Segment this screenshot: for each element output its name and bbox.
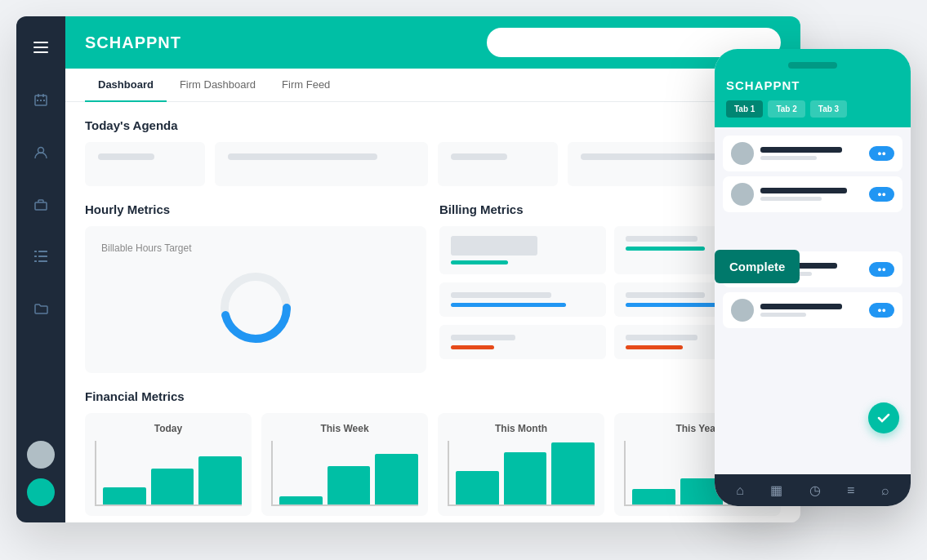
bar-chart-week [271,441,418,506]
bc5-line1 [451,335,515,340]
tab-firm-feed[interactable]: Firm Feed [269,69,343,102]
chart-month-label: This Month [448,423,595,434]
sidebar-icon-folder[interactable] [26,294,56,323]
sidebar-icon-bars[interactable] [26,33,56,62]
phone-footer-home[interactable]: ⌂ [736,483,744,498]
donut-chart [215,267,296,349]
tab-dashboard[interactable]: Dashboard [85,69,167,102]
chart-week-label: This Week [271,423,418,434]
phone-item-line1-2 [760,188,847,193]
phone-tab-1[interactable]: Tab 1 [726,100,763,118]
hourly-title: Hourly Metrics [85,202,426,216]
phone-item-line2-2 [760,197,822,201]
agenda-card-3 [438,142,558,186]
bc6-line1 [626,335,697,340]
metrics-row: Hourly Metrics Billable Hours Target [85,202,781,373]
phone-body: ●● ●● Complete ●● [715,127,911,474]
bar-year-1 [632,489,675,504]
phone-footer-clock[interactable]: ◷ [809,482,821,498]
avatar-gray[interactable] [27,441,55,469]
agenda-line-4 [581,153,730,160]
phone-badge-4[interactable]: ●● [869,303,894,318]
phone-tab-2[interactable]: Tab 2 [768,100,804,118]
phone-fab[interactable] [868,402,899,433]
svg-rect-11 [34,251,37,252]
phone-badge-3[interactable]: ●● [869,262,894,277]
billing-card-3 [439,282,606,317]
hourly-metrics-panel: Hourly Metrics Billable Hours Target [85,202,426,373]
phone-footer-calendar[interactable]: ▦ [770,482,782,498]
bar-week-2 [328,466,371,504]
phone-footer-list[interactable]: ≡ [847,483,854,498]
sidebar-icon-list[interactable] [26,242,56,271]
bar-today-3 [198,456,242,504]
svg-rect-1 [33,47,48,48]
tab-firm-dashboard[interactable]: Firm Dashboard [167,69,269,102]
svg-rect-8 [43,100,45,101]
agenda-card-2 [215,142,428,186]
financial-title: Financial Metrics [85,389,781,403]
hourly-box: Billable Hours Target [85,226,426,373]
svg-rect-5 [42,94,44,97]
phone-tab-3[interactable]: Tab 3 [810,100,847,118]
billing-card-1 [439,226,606,274]
svg-rect-15 [34,260,37,262]
content-area: Today's Agenda [65,102,800,522]
svg-rect-12 [38,251,47,252]
phone-item-content-1 [760,147,862,160]
phone-badge-2[interactable]: ●● [869,187,894,202]
phone-list-item-4: ●● [723,292,902,328]
sidebar-icon-briefcase[interactable] [26,189,56,219]
donut-container [215,267,296,349]
complete-button[interactable]: Complete [715,250,800,283]
bc3-line1 [451,292,551,298]
donut-label: Billable Hours Target [101,242,192,254]
bc6-line2 [626,345,683,349]
svg-rect-10 [35,202,47,210]
phone-item-line1-4 [760,304,842,309]
sidebar [16,16,65,522]
billing-card-5 [439,325,606,359]
phone-list-item-1: ●● [723,136,902,171]
bc5-line2 [451,345,494,349]
bar-month-2 [504,452,547,504]
phone-tabs: Tab 1 Tab 2 Tab 3 [726,100,899,118]
sidebar-icon-user[interactable] [26,137,56,167]
bc1-line2 [451,260,508,264]
phone-logo: SCHAPPNT [726,78,899,92]
agenda-line-3 [451,153,507,160]
svg-rect-16 [38,260,47,262]
main-content: SCHAPPNT Dashboard Firm Dashboard Firm F… [65,16,800,522]
mobile-phone: SCHAPPNT Tab 1 Tab 2 Tab 3 ●● [715,49,911,506]
sidebar-icon-calendar[interactable] [26,85,56,114]
phone-badge-1[interactable]: ●● [869,146,894,161]
desktop-window: SCHAPPNT Dashboard Firm Dashboard Firm F… [16,16,800,522]
phone-avatar-4 [731,299,754,322]
phone-footer-search[interactable]: ⌕ [881,483,889,498]
bar-month-3 [551,442,595,504]
bar-week-1 [279,496,323,504]
bc3-line2 [451,303,566,307]
svg-rect-14 [38,256,47,257]
svg-rect-0 [33,42,48,43]
header: SCHAPPNT [65,16,800,69]
svg-rect-7 [40,100,42,101]
agenda-title: Today's Agenda [85,118,781,132]
chart-today: Today [85,413,252,516]
phone-avatar-1 [731,142,754,165]
avatar-teal[interactable] [27,478,55,506]
phone-item-content-2 [760,188,862,201]
nav-tabs: Dashboard Firm Dashboard Firm Feed [65,69,800,102]
bar-chart-month [448,441,595,506]
phone-item-line2-1 [760,156,817,160]
scene: SCHAPPNT Dashboard Firm Dashboard Firm F… [16,16,911,544]
svg-rect-6 [37,100,38,101]
bar-today-1 [103,487,146,504]
chart-month: This Month [438,413,604,516]
financial-row: Today This Week [85,413,781,516]
agenda-row [85,142,781,186]
phone-notch [788,62,837,69]
agenda-card-1 [85,142,205,186]
phone-item-line1-1 [760,147,842,153]
chart-today-label: Today [95,423,242,434]
